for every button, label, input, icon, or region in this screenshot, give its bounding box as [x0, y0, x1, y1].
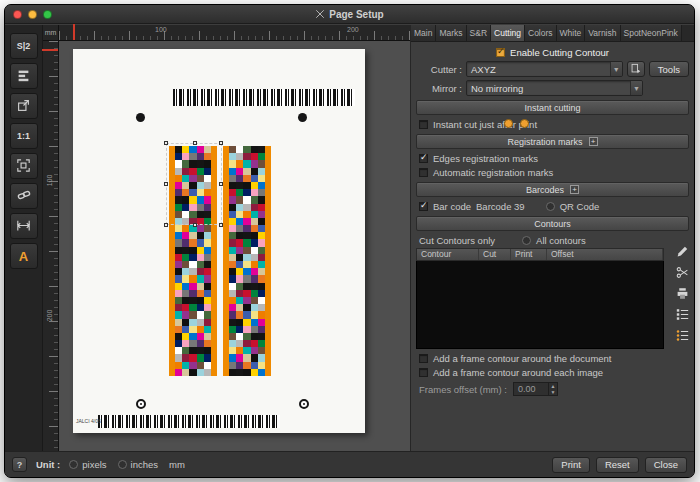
- color-patch: [229, 311, 236, 318]
- cut-contour-button[interactable]: [674, 266, 690, 281]
- print-contour-button[interactable]: [674, 287, 690, 302]
- bar-code-checkbox[interactable]: [419, 202, 428, 211]
- selection-handle[interactable]: [219, 223, 223, 227]
- deselect-all-contours-button[interactable]: [674, 329, 690, 344]
- fit-width-button[interactable]: [10, 213, 38, 239]
- ruler-label: 100: [155, 26, 167, 33]
- tab-varnish[interactable]: Varnish: [585, 25, 620, 41]
- expand-plus-icon[interactable]: +: [570, 185, 579, 194]
- tab-white[interactable]: White: [557, 25, 586, 41]
- color-patch: [175, 283, 182, 290]
- color-patch: [204, 347, 211, 354]
- edges-registration-row: Edges registration marks: [419, 152, 686, 164]
- color-patch: [197, 333, 204, 340]
- color-patch: [175, 239, 182, 246]
- edit-contour-button[interactable]: [674, 245, 690, 260]
- color-patch: [197, 261, 204, 268]
- arrow-down-icon[interactable]: ▼: [549, 389, 557, 395]
- select-all-contours-button[interactable]: [674, 308, 690, 323]
- unit-radio-mm[interactable]: mm: [169, 459, 185, 470]
- tab-s-r[interactable]: S&R: [467, 25, 491, 41]
- selection-handle[interactable]: [219, 141, 223, 145]
- text-tool-button[interactable]: A: [10, 243, 38, 269]
- color-patch: [175, 319, 182, 326]
- canvas-viewport[interactable]: JALCI 4/06: [59, 41, 410, 451]
- tools-button[interactable]: Tools: [649, 61, 689, 77]
- selection-handle[interactable]: [164, 182, 168, 186]
- color-patch: [182, 290, 189, 297]
- tab-main[interactable]: Main: [411, 25, 436, 41]
- document-page[interactable]: JALCI 4/06: [73, 49, 365, 433]
- color-patch: [229, 354, 236, 361]
- step-repeat-tool-button[interactable]: S|2: [10, 33, 38, 59]
- color-patch: [251, 168, 258, 175]
- color-patch: [229, 239, 236, 246]
- color-patch: [229, 225, 236, 232]
- cutter-library-button[interactable]: [627, 61, 645, 77]
- auto-registration-checkbox[interactable]: [419, 168, 428, 177]
- color-patch: [204, 354, 211, 361]
- color-patch: [229, 268, 236, 275]
- color-patch: [258, 311, 265, 318]
- fit-page-icon: [17, 159, 30, 174]
- edges-registration-checkbox[interactable]: [419, 154, 428, 163]
- export-tool-button[interactable]: [10, 93, 38, 119]
- selection-handle[interactable]: [219, 182, 223, 186]
- enable-cutting-checkbox[interactable]: [496, 48, 505, 57]
- color-patch: [251, 182, 258, 189]
- expand-plus-icon[interactable]: +: [589, 137, 598, 146]
- action-buttons: Print Reset Close: [552, 457, 687, 473]
- print-button[interactable]: Print: [552, 457, 590, 473]
- color-patch: [251, 268, 258, 275]
- color-patch: [229, 153, 236, 160]
- barcode-top: [173, 89, 355, 106]
- selection-handle[interactable]: [164, 141, 168, 145]
- frame-image-checkbox[interactable]: [419, 368, 428, 377]
- selection-handle[interactable]: [164, 223, 168, 227]
- test-chart-strip[interactable]: [223, 146, 271, 376]
- qrcode-radio[interactable]: [546, 202, 555, 211]
- mirror-label: Mirror :: [416, 83, 462, 94]
- color-patch: [236, 340, 243, 347]
- frame-document-checkbox[interactable]: [419, 354, 428, 363]
- barcode39-label: Barcode 39: [476, 201, 525, 212]
- cut-contours-only-radio[interactable]: [504, 119, 513, 128]
- selection-box[interactable]: [166, 143, 222, 225]
- tab-spotneonpink[interactable]: SpotNeonPink: [621, 25, 682, 41]
- fit-page-button[interactable]: [10, 153, 38, 179]
- color-patch: [189, 297, 196, 304]
- mirror-select[interactable]: No mirroring ▼: [466, 80, 643, 96]
- all-contours-radio[interactable]: [522, 236, 531, 245]
- unit-radio-inches[interactable]: inches: [118, 459, 158, 470]
- unit-radio-pixels[interactable]: pixels: [69, 459, 106, 470]
- tab-colors[interactable]: Colors: [525, 25, 557, 41]
- tab-cutting[interactable]: Cutting: [491, 25, 525, 41]
- link-tool-button[interactable]: [10, 183, 38, 209]
- frames-offset-stepper[interactable]: 0.00 ▲▼: [513, 382, 558, 396]
- vertical-ruler: 100 200: [43, 41, 59, 451]
- selection-handle[interactable]: [193, 223, 197, 227]
- stepper-arrows[interactable]: ▲▼: [548, 383, 557, 395]
- cutter-select[interactable]: AXYZ ▼: [466, 61, 623, 77]
- color-patch: [229, 254, 236, 261]
- color-patch: [236, 204, 243, 211]
- close-button[interactable]: Close: [645, 457, 687, 473]
- reset-button[interactable]: Reset: [596, 457, 639, 473]
- color-patch: [251, 326, 258, 333]
- color-patch: [189, 290, 196, 297]
- color-patch: [243, 340, 250, 347]
- selection-handle[interactable]: [193, 141, 197, 145]
- barcode39-radio[interactable]: [520, 119, 529, 128]
- layout-tool-button[interactable]: [10, 63, 38, 89]
- instant-cut-checkbox[interactable]: [419, 120, 428, 129]
- color-patch: [204, 369, 211, 376]
- color-patch: [229, 175, 236, 182]
- color-patch: [204, 225, 211, 232]
- help-button[interactable]: ?: [12, 457, 27, 472]
- zoom-1-1-button[interactable]: 1:1: [10, 123, 38, 149]
- color-patch: [175, 268, 182, 275]
- tab-marks[interactable]: Marks: [436, 25, 466, 41]
- color-patch: [243, 211, 250, 218]
- contour-table-body[interactable]: [416, 261, 664, 349]
- color-patch: [189, 354, 196, 361]
